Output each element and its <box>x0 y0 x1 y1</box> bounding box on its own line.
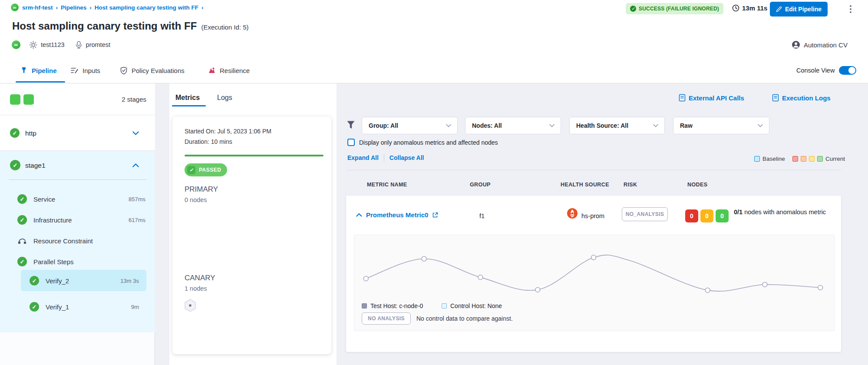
edit-pipeline-button[interactable]: Edit Pipeline <box>770 2 828 17</box>
pencil-icon <box>776 6 782 12</box>
metric-group: f1 <box>479 212 485 219</box>
analysis-status-row: NO ANALYSIS No control data to compare a… <box>362 312 513 325</box>
verification-summary-card: Started On: Jul 5, 2023 1:06 PM Duration… <box>172 116 331 354</box>
execution-id: (Execution Id: 5) <box>201 23 248 31</box>
raw-filter-dropdown[interactable]: Raw <box>673 117 769 134</box>
more-options-button[interactable] <box>846 3 855 15</box>
success-check-icon: ✓ <box>30 302 39 312</box>
clock-icon <box>732 4 739 12</box>
tab-inputs[interactable]: Inputs <box>70 58 100 83</box>
metric-name-link[interactable]: Prometheus Metric0 <box>356 211 438 219</box>
service-name: test1123 <box>41 41 65 48</box>
step-duration: 857ms <box>100 196 145 202</box>
health-source-name: hs-prom <box>581 212 604 219</box>
prometheus-icon <box>567 208 578 219</box>
success-check-icon: ✓ <box>30 276 39 285</box>
anomalous-checkbox[interactable] <box>347 139 355 146</box>
avatar-icon <box>792 40 800 49</box>
health-source-filter-dropdown[interactable]: Health Source: All <box>569 117 665 134</box>
node-count-red-badge: 0 <box>685 209 698 222</box>
breadcrumb-project-link[interactable]: srm-hf-test <box>22 4 53 11</box>
col-header-metric-name: METRIC NAME <box>367 182 407 188</box>
sidebar-stage-http[interactable]: ✓ http <box>0 115 155 151</box>
current-swatch-orange <box>801 156 806 162</box>
anomalous-nodes-summary: 0/1 nodes with anomalous metric <box>734 208 827 217</box>
primary-node-count: 0 nodes <box>185 196 207 203</box>
anomalous-filter-row: Display only anomalous metrics and affec… <box>347 139 498 146</box>
user-name: Automation CV <box>804 41 848 49</box>
stage-count: 2 stages <box>87 96 146 103</box>
success-check-icon: ✓ <box>17 215 27 225</box>
tab-resilience[interactable]: Resilience <box>208 58 250 83</box>
chevron-down-icon[interactable] <box>132 131 139 136</box>
step-label: Verify_1 <box>46 303 69 311</box>
sidebar-step-verify-1[interactable]: ✓ Verify_1 9m <box>0 298 155 315</box>
nodes-text: nodes with anomalous metric <box>743 209 826 216</box>
metric-row-panel: Prometheus Metric0 f1 hs-prom NO_ANALYSI… <box>346 196 841 352</box>
breadcrumb: ∞ srm-hf-test › Pipelines › Host samplin… <box>11 3 207 11</box>
expand-all-link[interactable]: Expand All <box>347 154 379 161</box>
sidebar-step-resource-constraint[interactable]: Resource Constraint <box>0 232 155 249</box>
current-swatch-red <box>792 156 798 162</box>
success-check-icon: ✓ <box>10 128 20 138</box>
sidebar-step-infrastructure[interactable]: ✓ Infrastructure 617ms <box>0 211 155 229</box>
step-label: Resource Constraint <box>33 237 93 245</box>
risk-badge: NO_ANALYSIS <box>622 207 668 221</box>
external-link-icon[interactable] <box>432 212 438 218</box>
stage-sidebar: 2 stages ✓ http ✓ stage1 <box>0 83 155 365</box>
node-count-yellow-badge: 0 <box>700 209 713 222</box>
nodes-ratio: 0/1 <box>734 209 743 216</box>
stage-label: http <box>25 129 36 137</box>
tab-logs[interactable]: Logs <box>217 94 232 102</box>
execution-logs-link[interactable]: Execution Logs <box>772 94 831 102</box>
group-filter-dropdown[interactable]: Group: All <box>362 117 458 134</box>
sidebar-step-parallel-steps[interactable]: ✓ Parallel Steps <box>0 253 155 270</box>
control-host-legend: Control Host: None <box>442 302 502 309</box>
divider <box>384 154 384 161</box>
step-label: Infrastructure <box>33 216 72 224</box>
tab-metrics[interactable]: Metrics <box>175 94 200 102</box>
step-label: Verify_2 <box>46 277 69 285</box>
external-api-calls-link[interactable]: External API Calls <box>679 94 744 102</box>
gear-icon <box>29 41 37 49</box>
breadcrumb-pipelines-link[interactable]: Pipelines <box>61 4 86 11</box>
baseline-legend: Baseline <box>754 156 785 162</box>
no-analysis-badge: NO ANALYSIS <box>362 312 411 325</box>
harness-module-icon: ∞ <box>12 40 20 49</box>
document-icon <box>772 94 779 102</box>
analysis-message: No control data to compare against. <box>416 315 513 322</box>
inputs-icon <box>70 66 79 74</box>
step-label: Parallel Steps <box>33 258 74 265</box>
stage-status-square <box>10 94 20 105</box>
verification-duration: Duration: 10 mins <box>185 138 232 145</box>
environment-icon <box>75 41 83 49</box>
chevron-up-icon[interactable] <box>356 213 362 217</box>
tab-policy-evaluations[interactable]: Policy Evaluations <box>120 58 185 83</box>
step-duration: 9m <box>93 304 139 310</box>
active-tab-underline <box>16 81 65 83</box>
tab-pipeline[interactable]: Pipeline <box>20 58 57 83</box>
collapse-all-link[interactable]: Collapse All <box>389 154 424 161</box>
canary-label: CANARY <box>185 274 215 282</box>
chevron-down-icon <box>549 124 554 127</box>
sidebar-stage-stage1-section: ✓ stage1 ✓ Service 857ms ✓ Infrastructur… <box>0 151 155 332</box>
sidebar-step-verify-2[interactable]: ✓ Verify_2 13m 3s <box>0 272 155 289</box>
step-duration: 617ms <box>100 217 145 223</box>
metric-chart-card: Test Host: c-node-0 Control Host: None N… <box>354 235 835 331</box>
status-badge: ✓ SUCCESS (FAILURE IGNORED) <box>626 3 723 14</box>
document-icon <box>679 94 686 102</box>
canary-node-hexagon-icon[interactable] <box>183 298 198 313</box>
divider <box>346 170 841 170</box>
breadcrumb-pipeline-link[interactable]: Host sampling canary testing with FF <box>95 4 198 11</box>
filter-icon[interactable] <box>347 120 355 130</box>
nodes-filter-dropdown[interactable]: Nodes: All <box>465 117 561 134</box>
success-check-icon: ✓ <box>10 160 20 170</box>
console-view-toggle[interactable] <box>839 66 856 75</box>
metrics-main-area: External API Calls Execution Logs Group:… <box>337 83 868 365</box>
chevron-up-icon[interactable] <box>132 163 139 167</box>
sidebar-step-service[interactable]: ✓ Service 857ms <box>0 190 155 208</box>
active-tab-underline <box>172 105 206 106</box>
col-header-risk: RISK <box>624 182 637 188</box>
breadcrumb-separator: › <box>201 4 204 11</box>
step-label: Service <box>33 196 55 203</box>
